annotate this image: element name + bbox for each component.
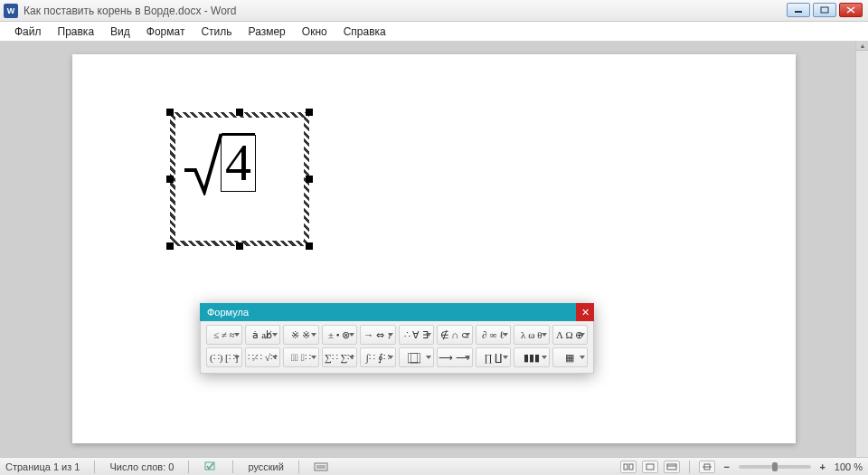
resize-handle-w[interactable] [166,176,174,183]
menu-help[interactable]: Справка [336,24,393,40]
menu-view[interactable]: Вид [103,24,137,40]
svg-rect-8 [624,464,627,470]
menubar: Файл Правка Вид Формат Стиль Размер Окно… [0,22,868,42]
workspace: 4 [0,42,868,457]
svg-rect-10 [646,464,654,470]
window-controls [787,3,863,17]
minimize-button[interactable] [787,3,810,17]
formula-row-1: ≤ ≠ ≈ ȧ ab̸ ※ ※ ± • ⊗ → ⇔ ↓ ∴ ∀ ∃ ∉ ∩ ⊂ … [206,325,588,345]
resize-handle-n[interactable] [236,109,243,116]
svg-rect-11 [667,464,676,470]
template-subsup[interactable]: ∷⃞ ⃞∷ [283,347,319,367]
view-web[interactable] [664,461,680,473]
formula-panel-close[interactable]: ✕ [576,303,594,321]
menu-edit[interactable]: Правка [51,24,102,40]
template-overunder[interactable]: ⃞ ⃞ [399,347,435,367]
menu-size[interactable]: Размер [241,24,293,40]
view-print[interactable] [642,461,658,473]
view-toggle[interactable] [699,461,715,473]
menu-window[interactable]: Окно [295,24,335,40]
equation-object[interactable]: 4 [170,112,309,246]
view-read[interactable] [620,461,637,473]
spellcheck-icon[interactable] [203,461,218,473]
resize-handle-ne[interactable] [306,109,313,116]
template-sum[interactable]: ∑∷ ∑∷ [322,347,358,367]
zoom-slider[interactable] [739,465,811,469]
window-title: Как поставить корень в Ворде.docx - Word [24,5,237,17]
svg-rect-1 [821,7,828,13]
resize-handle-se[interactable] [306,242,313,250]
template-integral[interactable]: ∫∷ ∮∷ [360,347,396,367]
titlebar: W Как поставить корень в Ворде.docx - Wo… [0,0,868,22]
formula-row-2: (∷) [∷] ∷⁄∷ √∷ ∷⃞ ⃞∷ ∑∷ ∑∷ ∫∷ ∮∷ ⃞ ⃞ ⟶ ⟶… [206,347,588,367]
equation-content: 4 [184,132,256,195]
resize-handle-e[interactable] [306,176,313,183]
formula-panel-title: Формула [207,307,249,318]
close-button[interactable] [839,3,863,17]
document-page[interactable]: 4 [72,54,796,443]
svg-rect-5 [315,463,327,470]
radicand[interactable]: 4 [221,135,256,192]
menu-file[interactable]: Файл [7,24,49,40]
template-products[interactable]: ∏ ∐ [476,347,512,367]
resize-handle-nw[interactable] [166,109,174,116]
svg-rect-9 [629,464,633,470]
zoom-in[interactable]: + [816,461,829,473]
zoom-thumb[interactable] [772,462,778,471]
zoom-level[interactable]: 100 % [835,461,863,472]
maximize-button[interactable] [813,3,836,17]
resize-handle-sw[interactable] [166,242,174,250]
statusbar: Страница 1 из 1 Число слов: 0 русский − … [0,457,868,475]
symbols-arrows[interactable]: → ⇔ ↓ [360,325,396,345]
template-fraction-root[interactable]: ∷⁄∷ √∷ [245,347,281,367]
symbols-sets[interactable]: ∉ ∩ ⊂ [437,325,473,345]
symbols-logic[interactable]: ∴ ∀ ∃ [399,325,435,345]
keyboard-icon[interactable] [314,461,328,473]
menu-format[interactable]: Формат [139,24,193,40]
status-language[interactable]: русский [248,461,283,472]
symbols-operators[interactable]: ± • ⊗ [322,325,358,345]
symbols-calculus[interactable]: ∂ ∞ ℓ [476,325,512,345]
symbols-greek-low[interactable]: λ ω θ [514,325,550,345]
status-word-count[interactable]: Число слов: 0 [109,461,174,472]
radical-icon [184,132,222,195]
symbols-relations[interactable]: ≤ ≠ ≈ [206,325,242,345]
template-brackets[interactable]: (∷) [∷] [206,347,242,367]
resize-handle-s[interactable] [236,242,243,250]
status-page[interactable]: Страница 1 из 1 [5,461,80,472]
formula-panel-header[interactable]: Формула ✕ [200,303,594,321]
symbols-accents[interactable]: ȧ ab̸ [245,325,281,345]
formula-panel[interactable]: Формула ✕ ≤ ≠ ≈ ȧ ab̸ ※ ※ ± • ⊗ → ⇔ ↓ ∴ … [200,303,594,374]
vertical-scrollbar[interactable] [855,42,868,457]
template-matrices[interactable]: ▮▮▮ [514,347,550,367]
template-arrows[interactable]: ⟶ ⟶ [437,347,473,367]
template-grid[interactable]: ▦ [552,347,589,367]
zoom-out[interactable]: − [721,461,733,473]
menu-style[interactable]: Стиль [193,24,239,40]
formula-panel-body: ≤ ≠ ≈ ȧ ab̸ ※ ※ ± • ⊗ → ⇔ ↓ ∴ ∀ ∃ ∉ ∩ ⊂ … [200,321,594,374]
symbols-greek-up[interactable]: Λ Ω ⊕ [552,325,589,345]
symbols-dots[interactable]: ※ ※ [283,325,319,345]
app-icon: W [4,4,18,18]
